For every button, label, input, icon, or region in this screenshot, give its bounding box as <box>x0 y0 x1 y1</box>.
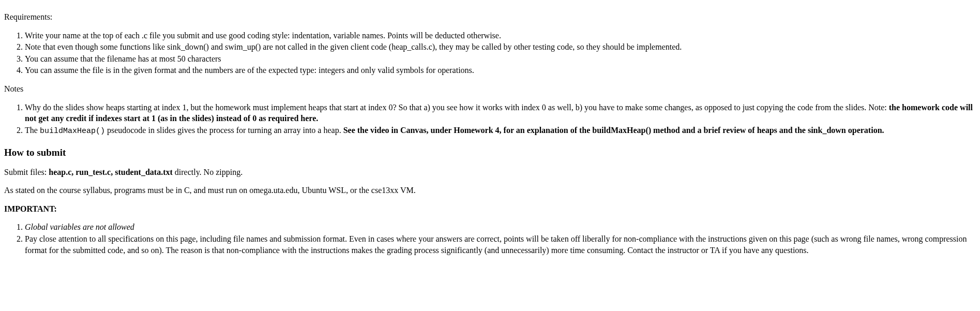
syllabus-paragraph: As stated on the course syllabus, progra… <box>4 185 976 196</box>
submit-files-list: heap.c, run_test.c, student_data.txt <box>49 168 173 176</box>
note-item: The buildMaxHeap() pseudocode in slides … <box>25 125 976 137</box>
note-item: Why do the slides show heaps starting at… <box>25 102 976 124</box>
requirement-item: You can assume that the filename has at … <box>25 53 976 65</box>
notes-label: Notes <box>4 83 976 95</box>
important-text: IMPORTANT: <box>4 204 57 213</box>
notes-list: Why do the slides show heaps starting at… <box>4 102 976 137</box>
submit-files-paragraph: Submit files: heap.c, run_test.c, studen… <box>4 167 976 178</box>
requirement-item: Note that even though some functions lik… <box>25 41 976 53</box>
important-list: Global variables are not allowed Pay clo… <box>4 221 976 256</box>
code-text: buildMaxHeap() <box>40 127 105 136</box>
how-to-submit-heading: How to submit <box>4 146 976 159</box>
note-text: pseudocode in slides gives the process f… <box>105 126 343 135</box>
note-text: The <box>25 126 40 135</box>
note-text: Why do the slides show heaps starting at… <box>25 103 889 112</box>
important-italic: Global variables are not allowed <box>25 223 134 231</box>
submit-prefix: Submit files: <box>4 168 49 176</box>
important-item: Pay close attention to all specification… <box>25 233 976 256</box>
requirements-label: Requirements: <box>4 11 976 23</box>
important-item: Global variables are not allowed <box>25 221 976 233</box>
note-emphasis: See the video in Canvas, under Homework … <box>343 126 884 135</box>
important-label: IMPORTANT: <box>4 203 976 215</box>
requirement-item: Write your name at the top of each .c fi… <box>25 30 976 41</box>
requirement-item: You can assume the file is in the given … <box>25 65 976 76</box>
submit-suffix: directly. No zipping. <box>173 168 243 176</box>
requirements-list: Write your name at the top of each .c fi… <box>4 30 976 76</box>
